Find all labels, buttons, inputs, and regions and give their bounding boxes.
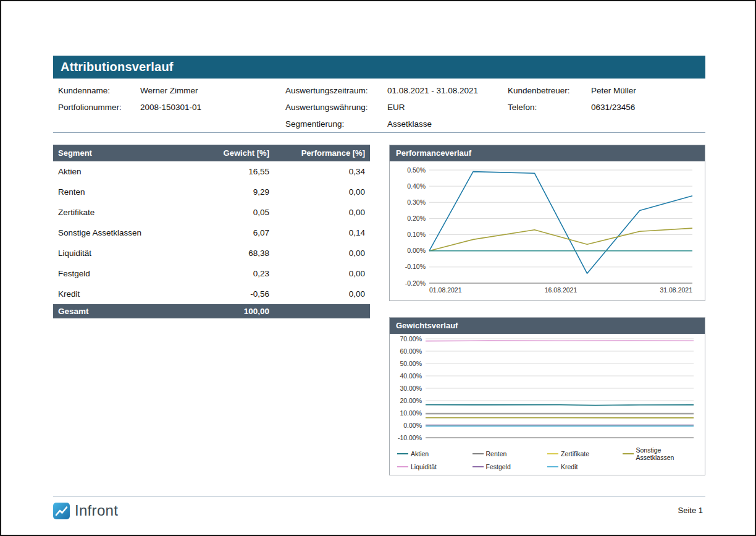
table-cell: 0,05 <box>199 202 274 223</box>
table-cell: 68,38 <box>199 243 274 263</box>
table-cell: 0,00 <box>274 182 370 202</box>
info-value: 01.08.2021 - 31.08.2021 <box>387 85 478 96</box>
info-value: Peter Müller <box>591 85 636 96</box>
info-field: Kundenbetreuer:Peter Müller <box>508 85 705 96</box>
table-cell: 0,34 <box>274 161 370 182</box>
brand-logo: Infront <box>53 502 118 519</box>
info-column: Kundenbetreuer:Peter MüllerTelefon:0631/… <box>508 85 705 135</box>
svg-text:-0.10%: -0.10% <box>405 263 426 270</box>
svg-text:0.40%: 0.40% <box>407 182 426 190</box>
svg-text:0.00%: 0.00% <box>403 422 422 429</box>
legend-label: Liquidität <box>411 463 437 470</box>
info-field: Auswertungszeitraum:01.08.2021 - 31.08.2… <box>285 85 508 96</box>
legend-label: Kredit <box>561 463 578 470</box>
column-header-segment: Segment <box>53 145 199 161</box>
svg-text:10.00%: 10.00% <box>400 409 422 417</box>
segment-table-wrap: Segment Gewicht [%] Performance [%] Akti… <box>53 145 370 318</box>
info-value: Werner Zimmer <box>140 85 198 96</box>
info-column: Auswertungszeitraum:01.08.2021 - 31.08.2… <box>285 85 508 135</box>
info-label: Auswertungswährung: <box>285 102 387 113</box>
table-row: Renten9,290,00 <box>53 182 370 202</box>
table-cell: 16,55 <box>199 161 274 182</box>
table-cell: Zertifikate <box>53 202 199 223</box>
info-grid: Kundenname:Werner ZimmerPortfolionummer:… <box>58 85 705 135</box>
info-value: EUR <box>387 102 405 113</box>
table-row: Kredit-0,560,00 <box>53 284 370 304</box>
performance-panel-title: Performanceverlauf <box>390 145 705 161</box>
legend-swatch <box>547 466 558 467</box>
info-label: Kundenbetreuer: <box>508 85 591 96</box>
table-total-row: Gesamt 100,00 <box>53 304 370 318</box>
info-value: Assetklasse <box>387 119 432 129</box>
table-cell: 0,00 <box>274 263 370 284</box>
weights-legend: AktienRentenZertifikateSonstige Assetkla… <box>390 444 705 470</box>
legend-swatch <box>623 453 634 454</box>
table-cell: Aktien <box>53 161 199 182</box>
svg-text:60.00%: 60.00% <box>400 347 422 355</box>
table-cell: 0,23 <box>199 263 274 284</box>
info-field: Portfolionummer:2008-150301-01 <box>58 102 285 113</box>
weights-panel-title: Gewichtsverlauf <box>390 318 705 334</box>
legend-swatch <box>397 466 408 467</box>
svg-text:70.00%: 70.00% <box>400 335 422 342</box>
info-value: 0631/23456 <box>591 102 635 113</box>
legend-item: Renten <box>472 446 548 461</box>
legend-label: Zertifikate <box>561 450 589 457</box>
svg-text:30.00%: 30.00% <box>400 385 422 392</box>
table-row: Aktien16,550,34 <box>53 161 370 182</box>
table-row: Zertifikate0,050,00 <box>53 202 370 223</box>
total-label: Gesamt <box>53 304 199 318</box>
info-field: Kundenname:Werner Zimmer <box>58 85 285 96</box>
legend-label: Festgeld <box>486 463 511 470</box>
table-cell: -0,56 <box>199 284 274 304</box>
info-divider <box>53 132 705 133</box>
svg-text:0.10%: 0.10% <box>407 231 426 238</box>
legend-label: Aktien <box>411 450 429 457</box>
legend-item: Festgeld <box>472 463 548 470</box>
info-column: Kundenname:Werner ZimmerPortfolionummer:… <box>58 85 285 135</box>
total-performance <box>274 304 370 318</box>
legend-swatch <box>397 453 408 454</box>
svg-text:40.00%: 40.00% <box>400 372 422 380</box>
table-cell: 0,14 <box>274 223 370 243</box>
svg-text:-0.20%: -0.20% <box>405 279 426 287</box>
segment-table-body: Aktien16,550,34Renten9,290,00Zertifikate… <box>53 161 370 304</box>
table-row: Liquidität68,380,00 <box>53 243 370 263</box>
legend-item: Sonstige Assetklassen <box>623 446 698 461</box>
infront-logo-icon <box>53 503 70 519</box>
svg-text:16.08.2021: 16.08.2021 <box>545 286 578 294</box>
legend-swatch <box>472 466 484 467</box>
svg-text:0.50%: 0.50% <box>407 166 426 174</box>
performance-panel: Performanceverlauf 0.50%0.40%0.30%0.20%0… <box>389 145 705 301</box>
legend-item: Aktien <box>397 446 472 461</box>
legend-swatch <box>547 453 558 454</box>
svg-text:0.00%: 0.00% <box>407 247 426 254</box>
table-row: Festgeld0,230,00 <box>53 263 370 284</box>
legend-label: Sonstige Assetklassen <box>636 446 698 461</box>
table-cell: 0,00 <box>274 202 370 223</box>
info-field: Segmentierung:Assetklasse <box>285 119 508 129</box>
segment-table-head: Segment Gewicht [%] Performance [%] <box>53 145 370 161</box>
table-cell: 6,07 <box>199 223 274 243</box>
page-title: Attributionsverlauf <box>53 56 705 79</box>
page-number: Seite 1 <box>678 506 703 515</box>
svg-text:0.20%: 0.20% <box>407 215 426 222</box>
info-label: Telefon: <box>508 102 591 113</box>
weights-panel: Gewichtsverlauf 70.00%60.00%50.00%40.00%… <box>389 317 705 475</box>
report-page: Attributionsverlauf Kundenname:Werner Zi… <box>0 0 756 536</box>
legend-label: Renten <box>486 450 507 457</box>
performance-chart: 0.50%0.40%0.30%0.20%0.10%0.00%-0.10%-0.2… <box>390 161 705 300</box>
svg-text:-10.00%: -10.00% <box>398 434 422 441</box>
brand-name: Infront <box>75 502 118 519</box>
svg-text:31.08.2021: 31.08.2021 <box>660 286 692 294</box>
weights-chart: 70.00%60.00%50.00%40.00%30.00%20.00%10.0… <box>390 334 705 444</box>
info-value: 2008-150301-01 <box>140 102 201 113</box>
column-header-gewicht: Gewicht [%] <box>199 145 274 161</box>
info-field: Telefon:0631/23456 <box>508 102 705 113</box>
table-cell: 0,00 <box>274 243 370 263</box>
table-header-row: Segment Gewicht [%] Performance [%] <box>53 145 370 161</box>
legend-item: Zertifikate <box>547 446 623 461</box>
table-cell: Kredit <box>53 284 199 304</box>
table-cell: Festgeld <box>53 263 199 284</box>
legend-item: Liquidität <box>397 463 472 470</box>
